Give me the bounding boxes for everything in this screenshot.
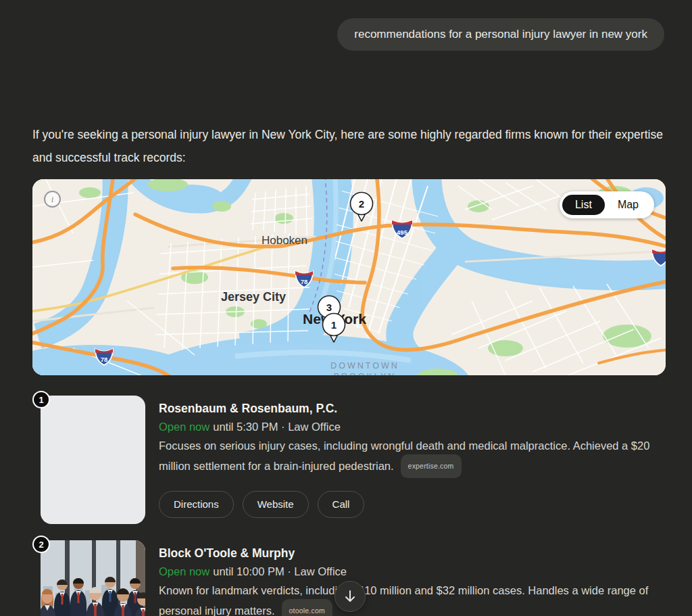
map-label-downtown-1: DOWNTOWN — [330, 361, 399, 371]
svg-text:3: 3 — [326, 302, 332, 313]
description-text: Known for landmark verdicts, including $… — [159, 584, 648, 616]
source-badge[interactable]: otoole.com — [282, 599, 332, 616]
map-label-jersey-city: Jersey City — [221, 290, 286, 304]
business-hours: Open nowuntil 10:00 PM · Law Office — [159, 564, 668, 579]
svg-text:495: 495 — [397, 229, 408, 236]
website-button[interactable]: Website — [243, 491, 309, 518]
open-status: Open now — [159, 565, 209, 577]
listing-rosenbaum: 1 Rosenbaum & Rosenbaum, P.C. Open nowun… — [32, 391, 668, 518]
listing-number-badge: 2 — [32, 536, 50, 553]
assistant-intro-text: If you're seeking a personal injury lawy… — [32, 123, 668, 169]
business-hours: Open nowuntil 5:30 PM · Law Office — [159, 419, 668, 434]
map-label-hoboken: Hoboken — [262, 234, 307, 247]
directions-button[interactable]: Directions — [159, 491, 234, 518]
map-widget[interactable]: Hoboken Jersey City New York DOWNTOWN BR… — [32, 179, 666, 375]
hours-detail: until 5:30 PM · Law Office — [213, 421, 341, 433]
business-name[interactable]: Rosenbaum & Rosenbaum, P.C. — [159, 401, 668, 416]
business-name[interactable]: Block O'Toole & Murphy — [159, 546, 668, 561]
svg-text:78: 78 — [101, 356, 108, 363]
law-firm-team-photo — [41, 540, 145, 616]
arrow-down-icon — [344, 590, 356, 603]
toggle-map-button[interactable]: Map — [605, 195, 651, 215]
call-button[interactable]: Call — [318, 491, 365, 518]
hours-detail: until 10:00 PM · Law Office — [213, 565, 347, 577]
svg-text:2: 2 — [359, 198, 364, 210]
action-buttons: Directions Website Call — [159, 491, 668, 518]
toggle-list-button[interactable]: List — [562, 195, 605, 215]
svg-text:78: 78 — [301, 278, 308, 285]
source-badge[interactable]: expertise.com — [401, 454, 462, 479]
open-status: Open now — [159, 421, 209, 433]
svg-text:1: 1 — [331, 319, 337, 331]
map-info-icon[interactable]: i — [44, 191, 61, 208]
listing-thumbnail-photo[interactable] — [41, 540, 145, 616]
list-map-toggle: List Map — [560, 191, 654, 218]
listing-thumbnail[interactable] — [41, 396, 145, 524]
business-description: Known for landmark verdicts, including $… — [159, 582, 662, 616]
business-description: Focuses on serious injury cases, includi… — [159, 437, 662, 479]
user-message-bubble: recommendations for a personal injury la… — [337, 18, 664, 51]
scroll-to-bottom-button[interactable] — [335, 581, 366, 612]
listing-number-badge: 1 — [32, 391, 50, 408]
map-label-downtown-2: BROOKLYN — [334, 372, 397, 375]
